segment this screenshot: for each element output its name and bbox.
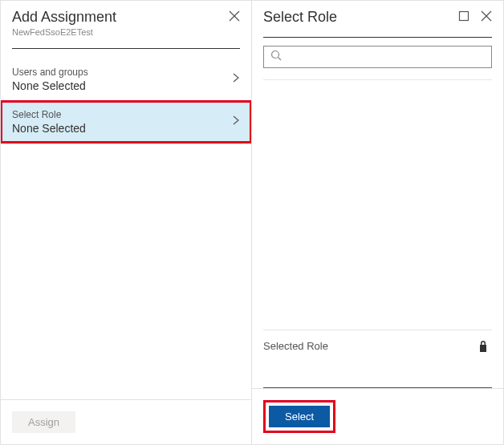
- search-wrap: [252, 38, 503, 76]
- role-search-box[interactable]: [263, 46, 492, 68]
- app-root: Add Assignment NewFedSsoE2ETest Users an…: [0, 0, 504, 445]
- left-footer: Assign: [1, 399, 251, 444]
- row-value: None Selected: [12, 79, 240, 92]
- svg-line-6: [278, 58, 282, 61]
- select-role-row[interactable]: Select Role None Selected: [1, 101, 251, 143]
- role-search-input[interactable]: [287, 47, 485, 67]
- users-and-groups-row[interactable]: Users and groups None Selected: [1, 59, 251, 100]
- maximize-icon[interactable]: [457, 9, 471, 23]
- pane-header-left: Add Assignment NewFedSsoE2ETest: [1, 1, 251, 43]
- assignment-steps: Users and groups None Selected Select Ro…: [1, 49, 251, 399]
- chevron-right-icon: [232, 115, 240, 129]
- selected-role-label: Selected Role: [263, 340, 492, 352]
- divider: [12, 143, 240, 144]
- right-footer: Select: [252, 388, 503, 444]
- row-value: None Selected: [12, 122, 240, 135]
- chevron-right-icon: [232, 72, 240, 87]
- svg-rect-2: [460, 12, 469, 21]
- row-label: Users and groups: [12, 67, 240, 78]
- selected-role-area: Selected Role: [252, 330, 503, 360]
- search-icon: [270, 50, 282, 64]
- role-list: [263, 79, 492, 330]
- close-icon[interactable]: [479, 9, 494, 23]
- assign-button: Assign: [12, 411, 75, 433]
- svg-point-5: [272, 51, 279, 59]
- select-role-pane: Select Role: [252, 1, 503, 444]
- row-label: Select Role: [12, 109, 240, 120]
- add-assignment-subtitle: NewFedSsoE2ETest: [12, 27, 240, 37]
- pane-header-right: Select Role: [252, 1, 503, 32]
- add-assignment-pane: Add Assignment NewFedSsoE2ETest Users an…: [1, 1, 252, 444]
- select-button[interactable]: Select: [269, 406, 330, 427]
- lock-icon: [478, 340, 489, 356]
- add-assignment-title: Add Assignment: [12, 9, 240, 26]
- select-button-highlight: Select: [263, 400, 335, 433]
- close-icon[interactable]: [227, 9, 242, 23]
